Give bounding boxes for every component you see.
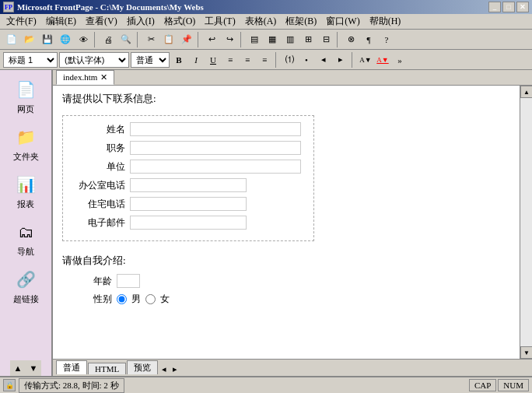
tb-btn11[interactable]: ¶	[360, 31, 377, 48]
sidebar-arrow2[interactable]: ▼	[26, 360, 41, 376]
tb-btn6[interactable]: ▦	[264, 31, 281, 48]
new-btn[interactable]: 📄	[3, 31, 20, 48]
open-btn[interactable]: 📂	[21, 31, 38, 48]
tab-normal[interactable]: 普通	[56, 360, 87, 374]
underline-button[interactable]: U	[205, 52, 221, 68]
menu-tools[interactable]: 工具(T)	[200, 13, 240, 30]
tb-btn8[interactable]: ⊞	[299, 31, 317, 48]
label-male: 男	[131, 293, 141, 306]
vertical-scrollbar[interactable]: ▲ ▼	[520, 86, 532, 359]
menu-table[interactable]: 表格(A)	[240, 13, 282, 30]
editor-area: 请提供以下联系信息: 姓名 职务 单位	[53, 86, 532, 359]
label-home: 住宅电话	[75, 198, 130, 211]
undo-icon: ↩	[208, 34, 215, 44]
highlight-btn[interactable]: A▼	[358, 52, 373, 68]
tab-arrow-right[interactable]: ▸	[170, 364, 180, 374]
title-bar: FP Microsoft FrontPage - C:\My Documents…	[0, 0, 532, 14]
tab-preview[interactable]: 预览	[127, 360, 158, 374]
align-right-btn[interactable]: ≡	[257, 52, 272, 68]
nav-icon: 🗂	[13, 219, 38, 244]
open-icon: 📂	[24, 34, 35, 44]
sidebar-label-nav: 导航	[17, 246, 34, 258]
tb-btn9[interactable]: ⊟	[317, 31, 334, 48]
sidebar-item-webpage[interactable]: 📄 网页	[4, 73, 47, 119]
menu-file[interactable]: 文件(F)	[2, 13, 41, 30]
print-btn[interactable]: 🖨	[100, 31, 117, 48]
maximize-button[interactable]: □	[502, 2, 515, 12]
menu-insert[interactable]: 插入(I)	[122, 13, 159, 30]
input-name[interactable]	[130, 122, 301, 136]
form-row-name: 姓名	[75, 122, 301, 136]
style-select[interactable]: 标题 1	[3, 52, 58, 68]
scroll-up-btn[interactable]: ▲	[520, 86, 532, 98]
status-bar: 🔒 传输方式: 28.8, 时间: 2 秒 CAP NUM	[0, 376, 532, 393]
align-left-btn[interactable]: ≡	[222, 52, 238, 68]
input-company[interactable]	[130, 160, 301, 174]
bullet-btn[interactable]: •	[299, 52, 314, 68]
sidebar-item-nav[interactable]: 🗂 导航	[4, 216, 47, 261]
indent-less-btn[interactable]: ◂	[316, 52, 331, 68]
file-tab[interactable]: index.htm ✕	[56, 70, 114, 85]
numbering-btn[interactable]: ⑴	[282, 52, 297, 68]
status-transfer: 传输方式: 28.8, 时间: 2 秒	[19, 378, 124, 393]
save-btn[interactable]: 💾	[39, 31, 56, 48]
menu-view[interactable]: 查看(V)	[81, 13, 122, 30]
tab-close-icon[interactable]: ✕	[100, 72, 107, 82]
close-button[interactable]: ✕	[516, 2, 529, 12]
radio-male[interactable]	[117, 294, 127, 304]
form-row-company: 单位	[75, 160, 301, 174]
input-office[interactable]	[130, 178, 247, 192]
status-lock-icon: 🔒	[3, 379, 16, 391]
bold-button[interactable]: B	[171, 52, 187, 68]
input-email[interactable]	[130, 216, 247, 230]
sidebar-arrow[interactable]: ▲	[10, 360, 26, 376]
size-select[interactable]: 普通	[131, 52, 170, 68]
page-content: 请提供以下联系信息: 姓名 职务 单位	[53, 86, 520, 359]
redo-btn[interactable]: ↪	[221, 31, 238, 48]
input-home[interactable]	[130, 197, 247, 211]
form-row-gender: 性别 男 女	[78, 293, 510, 306]
sidebar-label-hyperlinks: 超链接	[13, 293, 39, 305]
window-title: Microsoft FrontPage - C:\My Documents\My…	[17, 2, 204, 12]
cut-icon: ✂	[148, 34, 155, 44]
menu-help[interactable]: 帮助(H)	[365, 13, 406, 30]
scroll-down-btn[interactable]: ▼	[520, 346, 532, 359]
input-age[interactable]	[117, 274, 140, 288]
preview-btn[interactable]: 👁	[75, 31, 92, 48]
print-preview-btn[interactable]: 🔍	[117, 31, 135, 48]
sidebar-label-reports: 报表	[17, 198, 34, 210]
tb-btn7[interactable]: ▥	[282, 31, 299, 48]
align-center-btn[interactable]: ≡	[240, 52, 255, 68]
more-btn[interactable]: »	[392, 52, 408, 68]
menu-edit[interactable]: 编辑(E)	[41, 13, 81, 30]
menu-format[interactable]: 格式(O)	[159, 13, 201, 30]
app-icon: FP	[3, 2, 14, 12]
help-btn[interactable]: ?	[378, 31, 395, 48]
publish-btn[interactable]: 🌐	[57, 31, 74, 48]
scroll-track[interactable]	[520, 98, 532, 346]
tb-btn10[interactable]: ⊗	[342, 31, 359, 48]
radio-female[interactable]	[145, 294, 156, 304]
indent-more-btn[interactable]: ▸	[333, 52, 348, 68]
italic-button[interactable]: I	[188, 52, 204, 68]
input-job[interactable]	[130, 141, 301, 155]
copy-btn[interactable]: 📋	[160, 31, 177, 48]
cut-btn[interactable]: ✂	[142, 31, 159, 48]
menu-frame[interactable]: 框架(B)	[281, 13, 321, 30]
sidebar-item-reports[interactable]: 📊 报表	[4, 168, 47, 214]
menu-window[interactable]: 窗口(W)	[321, 13, 364, 30]
font-select[interactable]: (默认字体)	[59, 52, 129, 68]
font-color-btn[interactable]: A▼	[375, 52, 390, 68]
publish-icon: 🌐	[60, 34, 71, 44]
tab-html[interactable]: HTML	[88, 363, 126, 374]
undo-btn[interactable]: ↩	[203, 31, 220, 48]
paste-btn[interactable]: 📌	[178, 31, 195, 48]
sidebar-bottom: ▲ ▼	[0, 360, 51, 376]
sidebar-item-hyperlinks[interactable]: 🔗 超链接	[4, 263, 47, 309]
form-row-home: 住宅电话	[75, 197, 301, 211]
tab-arrow-left[interactable]: ◂	[159, 364, 170, 374]
tb-btn5[interactable]: ▤	[246, 31, 263, 48]
sidebar-item-folder[interactable]: 📁 文件夹	[4, 121, 47, 167]
minimize-button[interactable]: _	[488, 2, 501, 12]
status-left: 🔒 传输方式: 28.8, 时间: 2 秒	[3, 378, 124, 393]
